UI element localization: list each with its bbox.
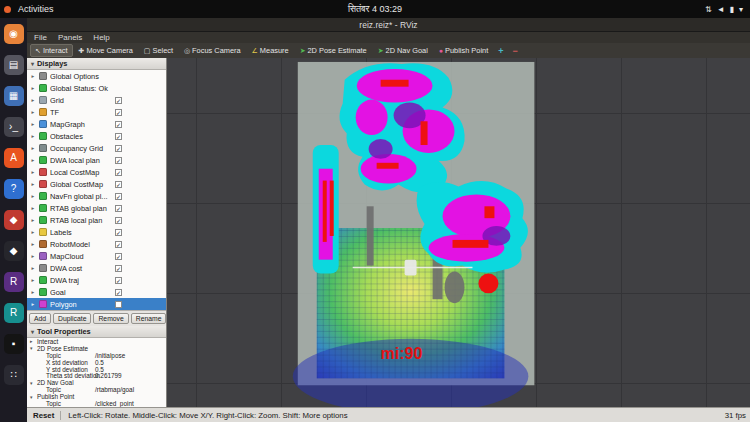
3d-viewport[interactable]: mi:90: [167, 58, 750, 407]
dock-item[interactable]: ∷: [2, 363, 25, 386]
dock-item[interactable]: R: [2, 301, 25, 324]
tool-button[interactable]: ↖ Interact: [30, 44, 73, 57]
tool-button[interactable]: ✚ Move Camera: [74, 44, 138, 57]
dock-item[interactable]: ▦: [2, 84, 25, 107]
dock-item[interactable]: R: [2, 270, 25, 293]
displays-action-button[interactable]: Duplicate: [53, 313, 91, 324]
display-enabled-checkbox[interactable]: [115, 265, 122, 272]
expand-arrow-icon[interactable]: ▸: [30, 181, 36, 187]
displays-action-button[interactable]: Rename: [131, 313, 167, 324]
display-row[interactable]: ▸ Obstacles: [27, 130, 166, 142]
expand-arrow-icon[interactable]: ▸: [30, 338, 35, 344]
property-row[interactable]: Topic /rtabmap/goal: [27, 386, 166, 393]
display-enabled-checkbox[interactable]: [115, 301, 122, 308]
display-row[interactable]: ▸ Occupancy Grid: [27, 142, 166, 154]
expand-arrow-icon[interactable]: ▸: [30, 109, 36, 115]
display-enabled-checkbox[interactable]: [115, 169, 122, 176]
display-row[interactable]: ▸ NavFn global pl...: [27, 190, 166, 202]
clock[interactable]: सितंबर 4 03:29: [348, 4, 402, 15]
display-row[interactable]: ▸ TF: [27, 106, 166, 118]
expand-arrow-icon[interactable]: ▸: [30, 145, 36, 151]
expand-arrow-icon[interactable]: ▸: [30, 133, 36, 139]
display-row[interactable]: ▸ Global Options: [27, 70, 166, 82]
displays-action-button[interactable]: Remove: [93, 313, 128, 324]
display-row[interactable]: ▸ Polygon: [27, 298, 166, 310]
display-enabled-checkbox[interactable]: [115, 289, 122, 296]
tool-button[interactable]: ● Publish Point: [434, 44, 493, 57]
expand-arrow-icon[interactable]: ▸: [30, 157, 36, 163]
display-enabled-checkbox[interactable]: [115, 217, 122, 224]
display-row[interactable]: ▸ DWA traj: [27, 274, 166, 286]
display-enabled-checkbox[interactable]: [115, 97, 122, 104]
tool-button[interactable]: ▢ Select: [139, 44, 178, 57]
expand-arrow-icon[interactable]: ▸: [30, 217, 36, 223]
tool-button[interactable]: ∠ Measure: [247, 44, 294, 57]
display-row[interactable]: ▸ DWA local plan: [27, 154, 166, 166]
expand-arrow-icon[interactable]: ▸: [30, 193, 36, 199]
remove-tool-button[interactable]: −: [508, 46, 521, 56]
display-enabled-checkbox[interactable]: [115, 193, 122, 200]
property-value[interactable]: 0.261799: [95, 372, 122, 379]
display-row[interactable]: ▸ Grid: [27, 94, 166, 106]
expand-arrow-icon[interactable]: ▸: [30, 121, 36, 127]
expand-arrow-icon[interactable]: ▸: [30, 241, 36, 247]
dock-item[interactable]: ▪: [2, 332, 25, 355]
display-row[interactable]: ▸ RTAB global plan: [27, 202, 166, 214]
expand-arrow-icon[interactable]: ▸: [30, 265, 36, 271]
display-enabled-checkbox[interactable]: [115, 145, 122, 152]
display-enabled-checkbox[interactable]: [115, 181, 122, 188]
display-enabled-checkbox[interactable]: [115, 205, 122, 212]
expand-arrow-icon[interactable]: ▸: [30, 253, 36, 259]
expand-arrow-icon[interactable]: ▸: [30, 85, 36, 91]
add-tool-button[interactable]: +: [494, 46, 507, 56]
expand-arrow-icon[interactable]: ▾: [30, 345, 35, 351]
expand-arrow-icon[interactable]: ▸: [30, 97, 36, 103]
display-row[interactable]: ▸ DWA cost: [27, 262, 166, 274]
display-row[interactable]: ▸ RTAB local plan: [27, 214, 166, 226]
dock-item[interactable]: ▤: [2, 53, 25, 76]
dock-item[interactable]: ◉: [2, 22, 25, 45]
expand-arrow-icon[interactable]: ▸: [30, 277, 36, 283]
display-row[interactable]: ▸ Local CostMap: [27, 166, 166, 178]
expand-arrow-icon[interactable]: ▸: [30, 73, 36, 79]
expand-arrow-icon[interactable]: ▾: [30, 380, 35, 386]
dock-item[interactable]: A: [2, 146, 25, 169]
display-row[interactable]: ▸ MapCloud: [27, 250, 166, 262]
tool-button[interactable]: ➤ 2D Pose Estimate: [295, 44, 372, 57]
display-row[interactable]: ▸ Goal: [27, 286, 166, 298]
display-enabled-checkbox[interactable]: [115, 133, 122, 140]
display-row[interactable]: ▸ Global Status: Ok: [27, 82, 166, 94]
dock-item[interactable]: ◆: [2, 239, 25, 262]
display-enabled-checkbox[interactable]: [115, 229, 122, 236]
display-enabled-checkbox[interactable]: [115, 277, 122, 284]
property-row[interactable]: ▸ Interact: [27, 338, 166, 345]
tool-properties-header[interactable]: Tool Properties: [27, 326, 166, 338]
activities-button[interactable]: Activities: [18, 4, 54, 14]
menu-item[interactable]: File: [34, 33, 47, 42]
expand-arrow-icon[interactable]: ▸: [30, 229, 36, 235]
system-tray[interactable]: ⇅◄▮▾: [705, 5, 743, 14]
tool-button[interactable]: ➤ 2D Nav Goal: [373, 44, 433, 57]
dock-item[interactable]: ?: [2, 177, 25, 200]
expand-arrow-icon[interactable]: ▸: [30, 205, 36, 211]
displays-panel-header[interactable]: Displays: [27, 58, 166, 70]
reset-button[interactable]: Reset: [31, 411, 61, 420]
display-enabled-checkbox[interactable]: [115, 241, 122, 248]
dock-item[interactable]: ›_: [2, 115, 25, 138]
display-enabled-checkbox[interactable]: [115, 109, 122, 116]
display-row[interactable]: ▸ Global CostMap: [27, 178, 166, 190]
display-row[interactable]: ▸ Labels: [27, 226, 166, 238]
property-value[interactable]: /rtabmap/goal: [95, 386, 134, 393]
tool-button[interactable]: ◎ Focus Camera: [179, 44, 246, 57]
menu-item[interactable]: Help: [93, 33, 109, 42]
display-row[interactable]: ▸ RobotModel: [27, 238, 166, 250]
property-row[interactable]: Theta std deviation 0.261799: [27, 372, 166, 379]
display-enabled-checkbox[interactable]: [115, 157, 122, 164]
expand-arrow-icon[interactable]: ▸: [30, 301, 36, 307]
display-enabled-checkbox[interactable]: [115, 253, 122, 260]
display-row[interactable]: ▸ MapGraph: [27, 118, 166, 130]
menu-item[interactable]: Panels: [58, 33, 82, 42]
display-enabled-checkbox[interactable]: [115, 121, 122, 128]
expand-arrow-icon[interactable]: ▸: [30, 169, 36, 175]
window-titlebar[interactable]: reiz.reiz* - RViz: [27, 18, 750, 32]
